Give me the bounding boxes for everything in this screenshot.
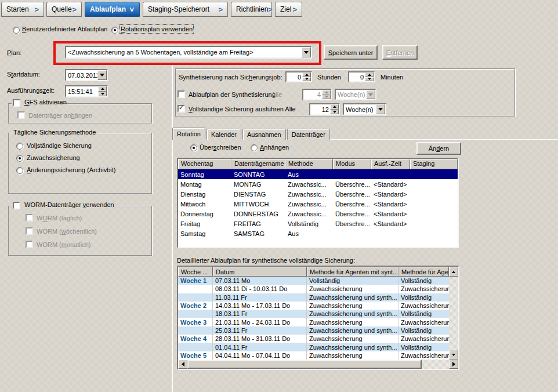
full-unit-combobox[interactable]: Woche(n): [343, 103, 386, 115]
save-as-label: Speichern unter: [328, 49, 374, 56]
wizard-tab-ablaufplan[interactable]: Ablaufplan>: [85, 2, 140, 17]
minutes-spin-down-button[interactable]: [365, 77, 374, 82]
full-spin-up-button[interactable]: [330, 104, 339, 110]
plan-dropdown-button[interactable]: [302, 47, 311, 57]
worm-monthly-label: WORM (monatlich): [37, 241, 91, 248]
horizontal-scroll-track[interactable]: [422, 360, 449, 369]
interval-spin-up-button[interactable]: [322, 90, 331, 95]
worm-monthly-checkbox[interactable]: [26, 241, 33, 248]
start-date-combobox[interactable]: 07.03.2011: [65, 69, 108, 81]
detail-table-row[interactable]: Woche 504.04.11 Mo - 07.04.11 DoZuwachss…: [178, 351, 449, 360]
interval-spin-down-button[interactable]: [322, 95, 331, 99]
time-spin-down-button[interactable]: [98, 92, 107, 97]
rotation-table-row[interactable]: SamstagSAMSTAGAus: [178, 228, 458, 238]
append-media-checkbox[interactable]: [17, 111, 25, 119]
rotation-table-row[interactable]: MontagMONTAGZuwachssic...Überschre...<St…: [178, 179, 458, 189]
detail-table-row[interactable]: Woche 321.03.11 Mo - 24.03.11 DoZuwachss…: [178, 318, 449, 326]
detail-table-row[interactable]: Woche 107.03.11 MoVollständigVollständig: [178, 277, 449, 285]
rotation-column-header[interactable]: Methode: [285, 159, 333, 169]
save-as-button[interactable]: Speichern unter: [324, 45, 378, 60]
custom-schedule-label[interactable]: Benutzerdefinierter Ablaufplan: [22, 26, 107, 32]
plan-combobox[interactable]: <Zuwachssicherung an 5 Wochentagen, voll…: [65, 46, 312, 59]
overwrite-label[interactable]: Überschreiben: [200, 144, 241, 151]
incremental-backup-radio[interactable]: [16, 155, 23, 162]
full-interval-spinner[interactable]: 12: [309, 103, 340, 115]
detail-table-row[interactable]: 08.03.11 Di - 10.03.11 DoZuwachssicherun…: [178, 285, 449, 293]
wizard-tab-quelle[interactable]: Quelle>: [46, 2, 82, 17]
unit-dropdown-button[interactable]: [366, 90, 375, 99]
time-spin-up-button[interactable]: [98, 86, 107, 92]
minutes-spin-up-button[interactable]: [365, 72, 374, 77]
hours-spin-down-button[interactable]: [302, 77, 311, 82]
detail-column-header[interactable]: Methode für Ager: [398, 267, 449, 277]
full-backup-every-label[interactable]: Vollständige Sicherung ausführen Alle: [189, 106, 296, 112]
append-label[interactable]: Anhängen: [260, 144, 289, 151]
full-backup-radio[interactable]: [16, 143, 23, 150]
remove-button[interactable]: Entfernen: [382, 45, 418, 60]
minutes-spinner[interactable]: 0: [348, 71, 375, 82]
scroll-down-button[interactable]: [449, 350, 458, 360]
rotation-table-row[interactable]: SonntagSONNTAGAus: [178, 169, 458, 179]
rotation-table-row[interactable]: DonnerstagDONNERSTAGZuwachssic...Übersch…: [178, 209, 458, 219]
full-backup-label[interactable]: Vollständige Sicherung: [27, 142, 92, 149]
horizontal-scrollbar[interactable]: [178, 360, 458, 369]
worm-weekly-checkbox[interactable]: [26, 227, 33, 235]
wizard-tab-starten[interactable]: Starten>: [1, 2, 44, 17]
full-spin-down-button[interactable]: [330, 110, 339, 115]
rotation-table-row[interactable]: FreitagFREITAGVollständigÜberschre...<St…: [178, 219, 458, 228]
gfs-checkbox[interactable]: [13, 99, 20, 107]
wizard-tab-staging-speicherort[interactable]: Staging-Speicherort>: [143, 2, 228, 17]
custom-schedule-radio[interactable]: [13, 27, 20, 34]
detail-table-row[interactable]: 18.03.11 FrZuwachssicherung und synth...…: [178, 310, 449, 318]
run-time-spinner[interactable]: 15:51:41: [65, 85, 108, 97]
wizard-tab-ziel[interactable]: Ziel>: [275, 2, 302, 17]
synthesis-schedule-checkbox[interactable]: [177, 90, 185, 98]
rotation-column-header[interactable]: Modus: [333, 159, 371, 169]
detail-column-header[interactable]: Woche ...: [178, 267, 213, 277]
rotation-table-row[interactable]: MittwochMITTWOCHZuwachssic...Überschre..…: [178, 199, 458, 209]
detail-table-row[interactable]: 01.04.11 FrZuwachssicherung und synth...…: [178, 343, 449, 351]
worm-daily-checkbox[interactable]: [26, 214, 33, 222]
wizard-tab-richtlinien[interactable]: Richtlinien>: [231, 2, 272, 17]
rotation-column-header[interactable]: Datenträgername: [231, 159, 285, 169]
rotation-subtab-rotation[interactable]: Rotation: [172, 128, 205, 140]
rotation-schedule-label[interactable]: Rotationsplan verwenden: [121, 26, 193, 32]
detail-column-header[interactable]: Datum: [213, 267, 307, 277]
differential-backup-radio[interactable]: [16, 167, 23, 174]
rotation-schedule-radio[interactable]: [111, 27, 118, 34]
detail-table-row[interactable]: Woche 428.03.11 Mo - 31.03.11 DoZuwachss…: [178, 335, 449, 343]
rotation-subtab-datenträger[interactable]: Datenträger: [287, 129, 330, 140]
synthesis-schedule-label[interactable]: Ablaufplan der Synthetisierung: [189, 91, 276, 98]
append-radio[interactable]: [251, 144, 258, 151]
date-dropdown-button[interactable]: [97, 70, 107, 80]
differential-backup-label[interactable]: Änderungssicherung (Archivbit): [27, 166, 115, 173]
horizontal-scroll-thumb[interactable]: [187, 360, 422, 369]
incremental-backup-label[interactable]: Zuwachssicherung: [27, 154, 80, 161]
scroll-right-button[interactable]: [449, 360, 458, 369]
detail-table-row[interactable]: Woche 214.03.11 Mo - 17.03.11 DoZuwachss…: [178, 302, 449, 310]
rotation-column-header[interactable]: Ausf.-Zeit: [371, 159, 410, 169]
gfs-label[interactable]: GFS aktivieren: [24, 99, 67, 106]
worm-label[interactable]: WORM-Datenträger verwenden: [24, 201, 114, 208]
scroll-up-button[interactable]: [449, 267, 458, 277]
hours-spin-up-button[interactable]: [302, 72, 311, 77]
detail-column-header[interactable]: Methode für Agenten mit synt...: [307, 267, 398, 277]
worm-checkbox[interactable]: [13, 202, 20, 209]
overwrite-radio[interactable]: [190, 144, 197, 151]
detail-table-row[interactable]: 11.03.11 FrZuwachssicherung und synth...…: [178, 293, 449, 302]
vertical-scrollbar[interactable]: [449, 267, 458, 360]
hours-spinner[interactable]: 0: [285, 71, 312, 82]
full-backup-every-checkbox[interactable]: ✓: [177, 105, 185, 112]
rotation-subtab-ausnahmen[interactable]: Ausnahmen: [242, 129, 286, 140]
unit-dropdown-button[interactable]: [376, 104, 385, 114]
modify-button[interactable]: Ändern: [416, 142, 461, 155]
detail-table-row[interactable]: 25.03.11 FrZuwachssicherung und synth...…: [178, 326, 449, 335]
synthesis-unit-combobox[interactable]: Woche(n): [335, 89, 376, 100]
rotation-column-header[interactable]: Wochentag: [178, 159, 231, 169]
scroll-left-button[interactable]: [178, 360, 187, 369]
synthesis-interval-spinner[interactable]: 4: [302, 89, 332, 100]
rotation-table-row[interactable]: DienstagDIENSTAGZuwachssic...Überschre..…: [178, 189, 458, 199]
vertical-scroll-track[interactable]: [449, 277, 458, 350]
rotation-subtab-kalender[interactable]: Kalender: [206, 129, 241, 140]
rotation-column-header[interactable]: Staging: [410, 159, 458, 169]
